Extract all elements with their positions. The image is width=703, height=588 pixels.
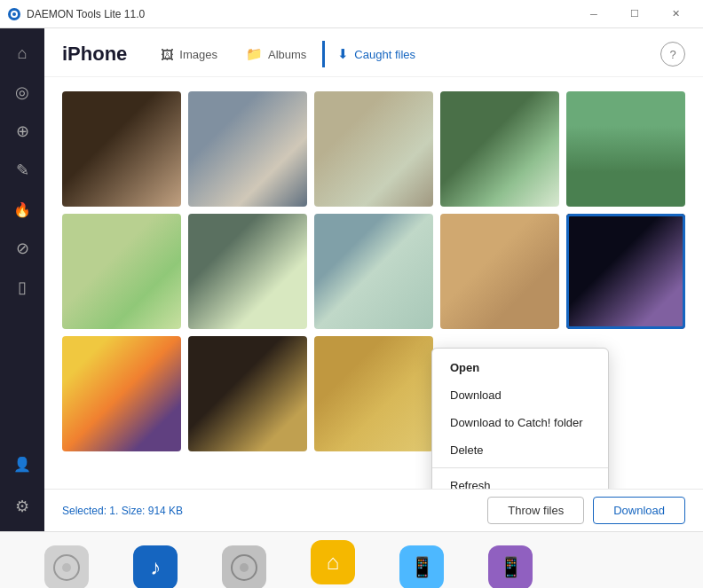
title-bar: DAEMON Tools Lite 11.0 ─ ☐ ✕: [0, 0, 703, 28]
content-area: iPhone 🖼 Images 📁 Albums ⬇ Caught files …: [44, 28, 703, 531]
sidebar-item-settings[interactable]: ⚙: [4, 489, 40, 524]
tab-caught-files[interactable]: ⬇ Caught files: [322, 41, 428, 67]
photo-5[interactable]: [566, 91, 685, 207]
svg-point-2: [12, 12, 16, 16]
device-quick-mount[interactable]: Quick Mount: [36, 545, 98, 589]
nokia-icon: 📱: [488, 545, 533, 589]
maximize-button[interactable]: ☐: [614, 0, 655, 28]
sidebar-item-restore[interactable]: ⊘: [4, 231, 40, 266]
sidebar-item-device[interactable]: ▯: [4, 270, 40, 305]
home-laptop-icon: ⌂: [311, 540, 355, 584]
sidebar-item-image[interactable]: ⊕: [4, 114, 40, 149]
photo-13[interactable]: [314, 336, 433, 451]
context-delete[interactable]: Delete: [432, 436, 608, 464]
status-actions: Throw files Download: [487, 497, 685, 524]
tab-albums-label: Albums: [268, 48, 306, 61]
photo-9[interactable]: [440, 214, 559, 329]
photo-10[interactable]: [566, 214, 685, 329]
caught-icon: ⬇: [337, 46, 349, 62]
photo-3[interactable]: [314, 91, 433, 207]
iphone-icon: 📱: [399, 545, 444, 589]
context-download[interactable]: Download: [432, 381, 608, 409]
photo-7[interactable]: [188, 214, 307, 329]
photo-1[interactable]: [62, 91, 181, 207]
albums-icon: 📁: [246, 46, 263, 62]
context-menu: Open Download Download to Catch! folder …: [431, 348, 609, 489]
svg-point-6: [240, 563, 249, 572]
status-text: Selected: 1. Size: 914 KB: [62, 505, 183, 517]
quick-mount-icon: [44, 545, 89, 589]
sidebar-item-edit[interactable]: ✎: [4, 153, 40, 188]
photo-8[interactable]: [314, 214, 433, 329]
images-icon: 🖼: [161, 47, 174, 62]
photo-11[interactable]: [62, 336, 181, 451]
content-header: iPhone 🖼 Images 📁 Albums ⬇ Caught files …: [44, 28, 703, 77]
status-bar: Selected: 1. Size: 914 KB Throw files Do…: [44, 489, 703, 531]
sidebar-item-home[interactable]: ⌂: [4, 35, 40, 71]
device-title: iPhone: [62, 43, 127, 66]
tab-navigation: 🖼 Images 📁 Albums ⬇ Caught files: [148, 41, 660, 67]
photo-2[interactable]: [188, 91, 307, 207]
close-button[interactable]: ✕: [655, 0, 696, 28]
app-icon: [7, 7, 21, 21]
photo-4[interactable]: [440, 91, 559, 207]
window-controls: ─ ☐ ✕: [573, 0, 696, 28]
device-home-laptop[interactable]: ⌂ HOME-LAPTOP: [302, 540, 364, 589]
device-nokia[interactable]: 📱 Nokia 7.2: [479, 545, 541, 589]
g-drive-icon: [222, 545, 266, 589]
sidebar-item-account[interactable]: 👤: [4, 446, 40, 482]
tab-images-label: Images: [179, 48, 217, 61]
audio-cd-icon: ♪: [133, 545, 178, 589]
tab-images[interactable]: 🖼 Images: [148, 42, 230, 67]
help-button[interactable]: ?: [660, 42, 685, 67]
context-refresh[interactable]: Refresh: [432, 472, 608, 489]
sidebar-item-burn[interactable]: 🔥: [4, 192, 40, 227]
device-audio-cd[interactable]: ♪ (F:) Audio CD: [124, 545, 186, 589]
context-open[interactable]: Open: [432, 354, 608, 381]
photo-12[interactable]: [188, 336, 307, 451]
minimize-button[interactable]: ─: [573, 0, 614, 28]
photo-6[interactable]: [62, 214, 181, 329]
context-download-catch[interactable]: Download to Catch! folder: [432, 409, 608, 436]
context-divider: [432, 467, 608, 468]
device-g-drive[interactable]: (G:): [213, 545, 275, 589]
download-button[interactable]: Download: [593, 497, 685, 524]
sidebar: ⌂ ◎ ⊕ ✎ 🔥 ⊘ ▯ 👤 ⚙: [0, 28, 44, 531]
tab-albums[interactable]: 📁 Albums: [233, 41, 319, 67]
sidebar-item-disc[interactable]: ◎: [4, 74, 40, 110]
device-iphone[interactable]: 📱 iPhone: [391, 545, 453, 589]
photo-grid: Open Download Download to Catch! folder …: [44, 77, 703, 489]
svg-point-4: [62, 563, 71, 572]
throw-files-button[interactable]: Throw files: [487, 497, 584, 524]
tab-caught-label: Caught files: [354, 48, 415, 61]
app-title: DAEMON Tools Lite 11.0: [27, 8, 573, 20]
device-bar: Quick Mount ♪ (F:) Audio CD (G:) ⌂ HOME-…: [0, 531, 703, 588]
main-container: ⌂ ◎ ⊕ ✎ 🔥 ⊘ ▯ 👤 ⚙ iPhone 🖼 Images 📁 Albu…: [0, 28, 703, 531]
